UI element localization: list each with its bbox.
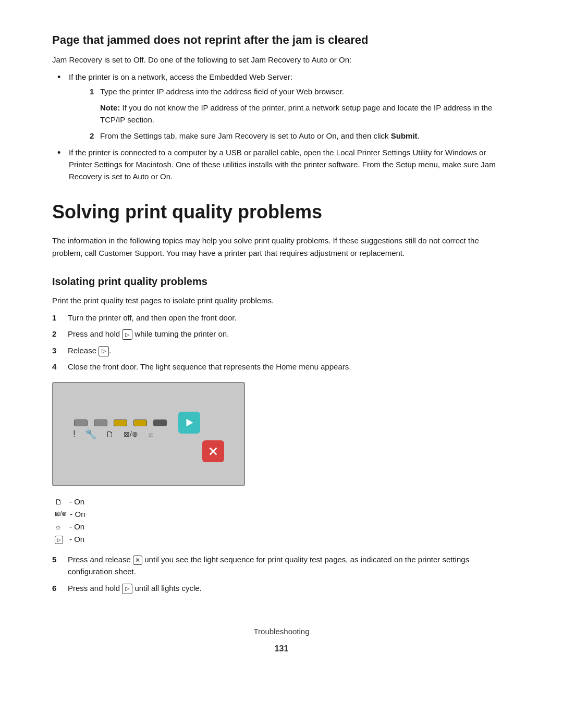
step-4-text: Close the front door. The light sequence… (68, 362, 351, 371)
play-icon-step6: ▷ (122, 584, 132, 594)
play-border-icon: ▷ (55, 536, 63, 544)
settings-cross-icon: ⊠/⊗ (124, 429, 138, 440)
cancel-button-panel (202, 440, 224, 462)
bullet-item-1-text: If the printer is on a network, access t… (69, 72, 292, 81)
legend-item-play: ▷ - On (55, 533, 511, 546)
sub-steps-list: 1 Type the printer IP address into the a… (69, 85, 511, 142)
sub-step-2-text: From the Settings tab, make sure Jam Rec… (100, 131, 420, 140)
bullet-item-2-text: If the printer is connected to a compute… (69, 148, 496, 181)
legend-settingscross-label: - On (70, 508, 85, 521)
svg-marker-0 (187, 419, 193, 427)
step-1: 1 Turn the printer off, and then open th… (52, 312, 511, 324)
step-3: 3 Release ▷. (52, 344, 511, 356)
sun-legend-icon: ☼ (55, 521, 66, 533)
led-2 (94, 419, 107, 426)
footer-section: Troubleshooting (52, 625, 511, 637)
main-section-intro: The information in the following topics … (52, 235, 511, 259)
sub-step-1-num: 1 (90, 85, 94, 97)
step-4: 4 Close the front door. The light sequen… (52, 361, 511, 373)
legend-item-settingscross: ⊠/⊗ - On (55, 508, 511, 521)
footer: Troubleshooting 131 (52, 625, 511, 656)
step-4-num: 4 (52, 361, 56, 373)
jam-recovery-list: If the printer is on a network, access t… (52, 71, 511, 182)
legend-list: 🗋 - On ⊠/⊗ - On ☼ - On ▷ - On (52, 496, 511, 546)
step-2-num: 2 (52, 328, 56, 340)
legend-play-label: - On (69, 533, 84, 546)
doc-icon-panel: 🗋 (106, 428, 114, 441)
sub-section-title: Isolating print quality problems (52, 274, 511, 289)
settingscross-legend-icon: ⊠/⊗ (55, 509, 67, 519)
led-5 (153, 419, 167, 426)
sub-section-intro: Print the print quality test pages to is… (52, 294, 511, 306)
sub-step-2: 2 From the Settings tab, make sure Jam R… (90, 130, 511, 142)
step-5: 5 Press and release ✕ until you see the … (52, 553, 511, 578)
legend-doc-label: - On (69, 496, 84, 508)
play-legend-icon: ▷ (55, 534, 66, 545)
sun-icon-panel: ☼ (148, 429, 154, 440)
step-1-text: Turn the printer off, and then open the … (68, 313, 237, 322)
note-block-item: Note: If you do not know the IP address … (90, 102, 511, 126)
sub-step-2-num: 2 (90, 130, 94, 142)
step-6-text: Press and hold ▷ until all lights cycle. (68, 584, 202, 593)
step-3-num: 3 (52, 344, 56, 356)
x-icon-step5: ✕ (133, 556, 142, 565)
step-5-num: 5 (52, 553, 56, 565)
legend-item-sun: ☼ - On (55, 521, 511, 533)
x-cancel-icon (207, 446, 219, 457)
legend-sun-label: - On (69, 521, 84, 533)
bullet-item-1: If the printer is on a network, access t… (57, 71, 511, 142)
step-2: 2 Press and hold ▷ while turning the pri… (52, 328, 511, 340)
play-triangle-icon (183, 417, 195, 428)
sub-step-1: 1 Type the printer IP address into the a… (90, 85, 511, 97)
steps-list: 1 Turn the printer off, and then open th… (52, 312, 511, 373)
led-4 (133, 419, 147, 426)
exclaim-icon: ! (73, 427, 76, 441)
play-icon-step3: ▷ (99, 346, 109, 356)
sub-step-1-text: Type the printer IP address into the add… (100, 87, 344, 96)
footer-page: 131 (52, 643, 511, 656)
printer-panel-image: ! 🔧 🗋 ⊠/⊗ ☼ (52, 382, 245, 486)
step-6-num: 6 (52, 582, 56, 594)
led-1 (74, 419, 88, 426)
step-6: 6 Press and hold ▷ until all lights cycl… (52, 582, 511, 594)
step-5-text: Press and release ✕ until you see the li… (68, 555, 469, 576)
page-heading: Page that jammed does not reprint after … (52, 31, 511, 48)
step-1-num: 1 (52, 312, 56, 324)
wrench-icon: 🔧 (85, 427, 96, 441)
panel-icons-row: ! 🔧 🗋 ⊠/⊗ ☼ (73, 427, 154, 441)
note-label: Note: (100, 103, 120, 112)
doc-legend-icon: 🗋 (55, 496, 66, 508)
steps-list-cont: 5 Press and release ✕ until you see the … (52, 553, 511, 594)
step-2-text: Press and hold ▷ while turning the print… (68, 329, 229, 338)
legend-item-doc: 🗋 - On (55, 496, 511, 508)
play-button-panel (178, 412, 200, 434)
step-3-text: Release ▷. (68, 346, 111, 355)
main-section-title: Solving print quality problems (52, 198, 511, 226)
led-3 (114, 419, 127, 426)
note-text: If you do not know the IP address of the… (100, 103, 492, 124)
jam-recovery-intro: Jam Recovery is set to Off. Do one of th… (52, 54, 511, 66)
bullet-item-2: If the printer is connected to a compute… (57, 146, 511, 183)
play-icon-step2: ▷ (122, 329, 132, 340)
